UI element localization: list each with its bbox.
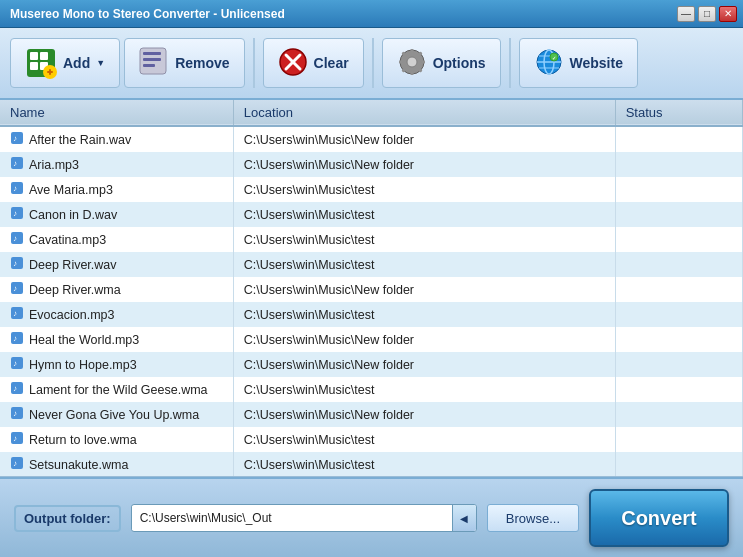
file-location-cell: C:\Users\win\Music\test	[233, 302, 615, 327]
output-folder-label: Output folder:	[14, 505, 121, 532]
file-location-cell: C:\Users\win\Music\test	[233, 177, 615, 202]
file-name-cell: ♪ Return to love.wma	[0, 427, 233, 452]
file-location-cell: C:\Users\win\Music\New folder	[233, 152, 615, 177]
music-file-icon: ♪	[10, 256, 24, 273]
file-location-cell: C:\Users\win\Music\test	[233, 252, 615, 277]
music-file-icon: ♪	[10, 156, 24, 173]
window-controls: — □ ✕	[677, 6, 737, 22]
browse-button[interactable]: Browse...	[487, 504, 579, 532]
table-row[interactable]: ♪ Evocacion.mp3 C:\Users\win\Music\test	[0, 302, 743, 327]
file-status-cell	[615, 252, 742, 277]
remove-label: Remove	[175, 55, 229, 71]
svg-rect-11	[143, 64, 155, 67]
file-name-cell: ♪ Ave Maria.mp3	[0, 177, 233, 202]
close-button[interactable]: ✕	[719, 6, 737, 22]
file-location-cell: C:\Users\win\Music\New folder	[233, 277, 615, 302]
svg-text:♪: ♪	[13, 359, 17, 368]
svg-text:♪: ♪	[13, 209, 17, 218]
file-status-cell	[615, 452, 742, 477]
toolbar-separator-2	[372, 38, 374, 88]
music-file-icon: ♪	[10, 181, 24, 198]
file-location-cell: C:\Users\win\Music\New folder	[233, 352, 615, 377]
file-name-cell: ♪ Deep River.wma	[0, 277, 233, 302]
svg-rect-17	[410, 49, 413, 53]
file-location-cell: C:\Users\win\Music\test	[233, 377, 615, 402]
clear-label: Clear	[314, 55, 349, 71]
remove-button[interactable]: Remove	[124, 38, 244, 88]
table-row[interactable]: ♪ Never Gona Give You Up.wma C:\Users\wi…	[0, 402, 743, 427]
output-path-input[interactable]	[132, 506, 452, 530]
table-row[interactable]: ♪ Cavatina.mp3 C:\Users\win\Music\test	[0, 227, 743, 252]
add-dropdown-arrow[interactable]: ▼	[96, 58, 105, 68]
file-name-cell: ♪ Lament for the Wild Geese.wma	[0, 377, 233, 402]
svg-rect-10	[143, 58, 161, 61]
music-file-icon: ♪	[10, 306, 24, 323]
window-title: Musereo Mono to Stereo Converter - Unlic…	[10, 7, 285, 21]
music-file-icon: ♪	[10, 131, 24, 148]
maximize-button[interactable]: □	[698, 6, 716, 22]
svg-text:♪: ♪	[13, 459, 17, 468]
table-row[interactable]: ♪ Canon in D.wav C:\Users\win\Music\test	[0, 202, 743, 227]
table-row[interactable]: ♪ Aria.mp3 C:\Users\win\Music\New folder	[0, 152, 743, 177]
music-file-icon: ♪	[10, 406, 24, 423]
file-list-area[interactable]: Name Location Status ♪ After the Rain.wa…	[0, 100, 743, 477]
remove-icon	[139, 47, 169, 80]
website-label: Website	[570, 55, 623, 71]
add-button[interactable]: Add ▼	[10, 38, 120, 88]
bottom-bar: Output folder: ◀ Browse... Convert	[0, 477, 743, 557]
music-file-icon: ♪	[10, 231, 24, 248]
output-path-container: ◀	[131, 504, 477, 532]
svg-rect-2	[40, 52, 48, 60]
options-label: Options	[433, 55, 486, 71]
file-name-cell: ♪ Deep River.wav	[0, 252, 233, 277]
file-location-cell: C:\Users\win\Music\test	[233, 227, 615, 252]
music-file-icon: ♪	[10, 431, 24, 448]
table-row[interactable]: ♪ After the Rain.wav C:\Users\win\Music\…	[0, 126, 743, 152]
music-file-icon: ♪	[10, 381, 24, 398]
music-file-icon: ♪	[10, 356, 24, 373]
svg-text:♪: ♪	[13, 159, 17, 168]
add-icon	[25, 47, 57, 79]
website-icon: ✓	[534, 47, 564, 80]
table-row[interactable]: ♪ Deep River.wav C:\Users\win\Music\test	[0, 252, 743, 277]
table-row[interactable]: ♪ Hymn to Hope.mp3 C:\Users\win\Music\Ne…	[0, 352, 743, 377]
convert-button[interactable]: Convert	[589, 489, 729, 547]
file-status-cell	[615, 427, 742, 452]
svg-rect-3	[30, 62, 38, 70]
options-button[interactable]: Options	[382, 38, 501, 88]
file-name-cell: ♪ Never Gona Give You Up.wma	[0, 402, 233, 427]
file-name-cell: ♪ Cavatina.mp3	[0, 227, 233, 252]
file-name-cell: ♪ Hymn to Hope.mp3	[0, 352, 233, 377]
table-row[interactable]: ♪ Ave Maria.mp3 C:\Users\win\Music\test	[0, 177, 743, 202]
svg-rect-9	[143, 52, 161, 55]
svg-point-16	[407, 57, 417, 67]
toolbar: Add ▼ Remove Clear	[0, 28, 743, 100]
table-row[interactable]: ♪ Deep River.wma C:\Users\win\Music\New …	[0, 277, 743, 302]
minimize-button[interactable]: —	[677, 6, 695, 22]
music-file-icon: ♪	[10, 456, 24, 473]
table-header-row: Name Location Status	[0, 100, 743, 126]
table-row[interactable]: ♪ Return to love.wma C:\Users\win\Music\…	[0, 427, 743, 452]
file-location-cell: C:\Users\win\Music\New folder	[233, 402, 615, 427]
col-header-name: Name	[0, 100, 233, 126]
website-button[interactable]: ✓ Website	[519, 38, 638, 88]
file-location-cell: C:\Users\win\Music\test	[233, 202, 615, 227]
file-name-cell: ♪ Evocacion.mp3	[0, 302, 233, 327]
table-row[interactable]: ♪ Setsunakute.wma C:\Users\win\Music\tes…	[0, 452, 743, 477]
svg-text:♪: ♪	[13, 134, 17, 143]
svg-rect-19	[399, 60, 403, 63]
col-header-location: Location	[233, 100, 615, 126]
clear-button[interactable]: Clear	[263, 38, 364, 88]
file-name-cell: ♪ Setsunakute.wma	[0, 452, 233, 477]
toolbar-separator-3	[509, 38, 511, 88]
file-name-cell: ♪ Heal the World.mp3	[0, 327, 233, 352]
file-name-cell: ♪ Canon in D.wav	[0, 202, 233, 227]
music-file-icon: ♪	[10, 206, 24, 223]
file-status-cell	[615, 227, 742, 252]
music-file-icon: ♪	[10, 331, 24, 348]
table-row[interactable]: ♪ Lament for the Wild Geese.wma C:\Users…	[0, 377, 743, 402]
add-label: Add	[63, 55, 90, 71]
path-arrow-button[interactable]: ◀	[452, 505, 476, 531]
svg-text:♪: ♪	[13, 259, 17, 268]
table-row[interactable]: ♪ Heal the World.mp3 C:\Users\win\Music\…	[0, 327, 743, 352]
